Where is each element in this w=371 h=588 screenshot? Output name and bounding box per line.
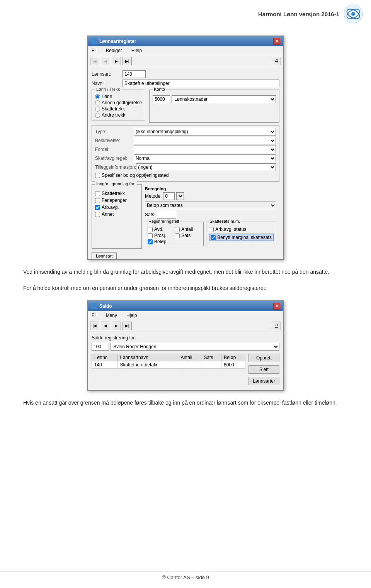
spesifiser-checkbox-label[interactable]: Spesifiser bo og opptjeningssted bbox=[95, 173, 168, 178]
spesifiser-checkbox[interactable] bbox=[95, 173, 100, 178]
marginal-label[interactable]: Benytt marginal skattesats bbox=[209, 234, 274, 241]
spesifiser-label: Spesifiser bo og opptjeningssted bbox=[102, 173, 168, 178]
belop-label: Beløp bbox=[154, 239, 166, 244]
avd-checkbox[interactable] bbox=[148, 227, 153, 232]
metode-label: Metode: bbox=[145, 193, 162, 199]
sats-reg-checkbox-label[interactable]: Sats bbox=[175, 233, 201, 238]
saldo-titlebar: Saldo ✕ bbox=[88, 301, 283, 311]
saldo-app-icon bbox=[91, 303, 97, 309]
arbavg-status-label[interactable]: Arb.avg. status bbox=[209, 227, 274, 232]
belop-checkbox-label[interactable]: Beløp bbox=[148, 239, 174, 244]
saldo-menu-meny[interactable]: Meny bbox=[104, 312, 119, 319]
metode-type-select[interactable]: ▼ bbox=[176, 192, 184, 200]
metode-input[interactable] bbox=[163, 192, 175, 200]
metode-row: Metode: ▼ bbox=[145, 192, 276, 200]
arbavg-status-checkbox[interactable] bbox=[209, 227, 214, 232]
saldo-dialog-title: Saldo bbox=[99, 303, 112, 309]
print-button[interactable]: 🖨 bbox=[272, 57, 281, 65]
sats-input[interactable] bbox=[157, 211, 176, 219]
dialog-toolbar: |◀ ◀ ▶ ▶| 🖨 bbox=[88, 55, 283, 67]
lonnsarter-button[interactable]: Lønnsarter bbox=[248, 377, 279, 385]
annet-checkbox[interactable] bbox=[95, 212, 100, 217]
type-label: Type: bbox=[95, 129, 134, 134]
arbavg-checkbox-label[interactable]: Arb.avg. bbox=[95, 205, 138, 210]
prosj-checkbox-label[interactable]: Prosj. bbox=[148, 233, 174, 238]
menu-rediger[interactable]: Rediger bbox=[104, 47, 124, 54]
feriepenger-checkbox-label[interactable]: Feriepenger bbox=[95, 198, 138, 203]
saldo-employee-code-input[interactable] bbox=[92, 343, 109, 351]
radio-andre[interactable]: Andre trekk bbox=[95, 112, 142, 118]
cell-navn: Skattefrie utbetalin bbox=[117, 361, 178, 368]
skatt-select[interactable]: Normal bbox=[134, 154, 276, 162]
skatt-box-title: Skattesats m.m. bbox=[209, 219, 241, 224]
lonnsart-input[interactable] bbox=[123, 70, 146, 78]
antall-checkbox[interactable] bbox=[175, 227, 180, 232]
saldo-nav-prev[interactable]: ◀ bbox=[101, 322, 110, 330]
radio-skattetrekk[interactable]: Skattetrekk bbox=[95, 106, 142, 112]
saldo-print-button[interactable]: 🖨 bbox=[272, 322, 281, 330]
feriepenger-checkbox[interactable] bbox=[95, 198, 100, 203]
prosj-checkbox[interactable] bbox=[148, 233, 153, 238]
tab-lonnsart[interactable]: Lønnsart bbox=[92, 252, 117, 259]
saldo-nav-last[interactable]: ▶| bbox=[123, 322, 132, 330]
radio-lonn[interactable]: Lønn bbox=[95, 94, 142, 99]
beskrivelse-row: Beskrivelse: bbox=[95, 137, 276, 144]
cell-antall bbox=[178, 361, 201, 368]
table-row[interactable]: 140 Skattefrie utbetalin 8000 bbox=[92, 361, 245, 368]
page-header: Harmoni Lønn versjon 2016-1 bbox=[0, 0, 371, 28]
body-text-1: Ved innsending av a-melding blir da grun… bbox=[23, 268, 348, 276]
nav-next-button[interactable]: ▶ bbox=[112, 57, 121, 65]
saldo-menu-fil[interactable]: Fil bbox=[90, 312, 98, 319]
sats-reg-checkbox[interactable] bbox=[175, 233, 180, 238]
menu-fil[interactable]: Fil bbox=[90, 47, 98, 54]
konto-code-input[interactable] bbox=[153, 95, 170, 103]
belop-checkbox[interactable] bbox=[148, 239, 153, 244]
konto-title: Konto bbox=[153, 87, 166, 92]
annet-checkbox-text: Annet bbox=[102, 212, 114, 217]
marginal-text: Benytt marginal skattesats bbox=[217, 235, 272, 240]
feriepenger-checkbox-text: Feriepenger bbox=[102, 198, 127, 203]
skattetrekk-checkbox[interactable] bbox=[95, 191, 100, 196]
sats-row: Sats: bbox=[145, 211, 276, 219]
saldo-nav-first[interactable]: |◀ bbox=[90, 322, 99, 330]
fordel-select[interactable] bbox=[134, 146, 276, 153]
saldo-nav-next[interactable]: ▶ bbox=[112, 322, 121, 330]
body-text-3: Hvis en ansatt går over grensen må beløp… bbox=[23, 398, 348, 407]
reg-box-title: Registreringsfelt bbox=[148, 219, 180, 224]
nav-last-button[interactable]: ▶| bbox=[123, 57, 132, 65]
lonn-trekk-box: Lønn / Trekk Lønn Annen godtgjørelse bbox=[92, 90, 145, 120]
nav-prev-button[interactable]: ◀ bbox=[101, 57, 110, 65]
lonnsart-label: Lønnsart: bbox=[92, 71, 123, 77]
type-select[interactable]: (ikke innberetningspliktig) bbox=[134, 128, 276, 136]
nav-first-button[interactable]: |◀ bbox=[90, 57, 99, 65]
beregning-select[interactable]: Beløp som tastes bbox=[145, 202, 276, 209]
dialog-close-button[interactable]: ✕ bbox=[273, 38, 280, 45]
tillegg-label: Tilleggsinformasjon: bbox=[95, 164, 136, 170]
tillegg-select[interactable]: (ingen) bbox=[136, 163, 276, 171]
navn-label: Navn: bbox=[92, 81, 123, 86]
saldo-close-button[interactable]: ✕ bbox=[273, 303, 280, 310]
text3-paragraph: Hvis en ansatt går over grensen må beløp… bbox=[23, 398, 348, 407]
company-logo bbox=[343, 4, 363, 24]
radio-annen[interactable]: Annen godtgjørelse bbox=[95, 100, 142, 105]
type-section: Type: (ikke innberetningspliktig) Beskri… bbox=[92, 125, 279, 182]
slett-button[interactable]: Slett bbox=[248, 365, 279, 374]
navn-input[interactable] bbox=[123, 80, 279, 87]
konto-name-select[interactable]: Lønnskostnader bbox=[172, 95, 276, 103]
beskrivelse-select[interactable] bbox=[134, 137, 276, 144]
annet-checkbox-label[interactable]: Annet bbox=[95, 212, 138, 217]
saldo-menu-hjelp[interactable]: Hjelp bbox=[125, 312, 138, 319]
dialog-tab-bar: Lønnsart bbox=[88, 252, 283, 259]
antall-checkbox-label[interactable]: Antall bbox=[175, 227, 201, 232]
avd-checkbox-label[interactable]: Avd. bbox=[148, 227, 174, 232]
reg-checkbox-group: Avd. Antall Prosj. bbox=[148, 227, 201, 244]
skattetrekk-checkbox-label[interactable]: Skattetrekk bbox=[95, 191, 138, 196]
saldo-employee-select[interactable]: Svein Roger Hoggen bbox=[111, 343, 279, 351]
arbavg-checkbox[interactable] bbox=[95, 205, 100, 210]
menu-hjelp[interactable]: Hjelp bbox=[130, 47, 143, 54]
grunnlag-title: Inngår i grunnlag for: bbox=[95, 181, 137, 186]
skatt-row: Skatt/avg.regel: Normal bbox=[95, 154, 276, 162]
marginal-checkbox[interactable] bbox=[211, 235, 216, 240]
sats-label: Sats: bbox=[145, 212, 155, 217]
opprett-button[interactable]: Opprett bbox=[248, 354, 279, 362]
